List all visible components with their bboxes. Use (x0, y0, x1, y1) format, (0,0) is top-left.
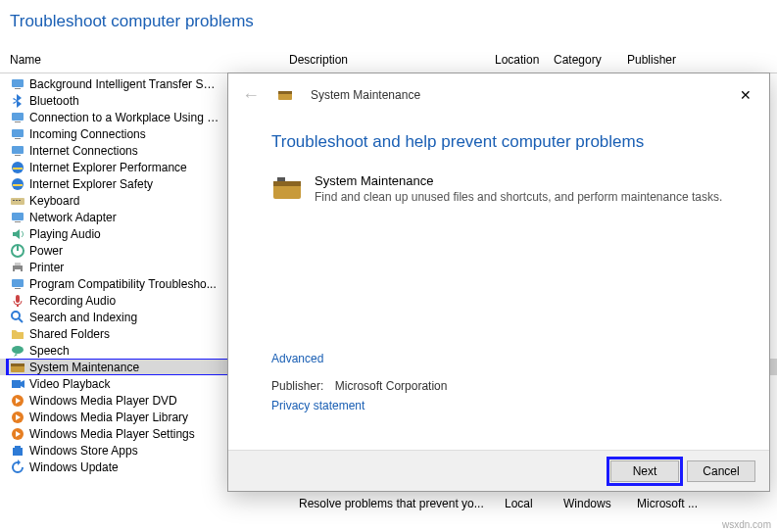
network-icon (10, 110, 25, 125)
svg-rect-33 (13, 448, 23, 456)
printer-icon (10, 260, 25, 275)
wizard-dialog: ← System Maintenance ✕ Troubleshoot and … (227, 73, 770, 492)
list-item-label: Search and Indexing (29, 311, 137, 324)
svg-rect-28 (11, 363, 24, 366)
svg-rect-22 (15, 288, 21, 289)
svg-rect-29 (12, 380, 21, 388)
list-item-label: Windows Store Apps (29, 444, 138, 458)
svg-rect-13 (19, 200, 21, 201)
search-icon (10, 310, 25, 325)
close-button[interactable]: ✕ (732, 83, 759, 107)
bg-row-description: Resolve problems that prevent yo... (299, 497, 505, 510)
list-item-label: Playing Audio (29, 227, 101, 241)
page-title: Troubleshoot computer problems (0, 0, 777, 49)
column-header-name[interactable]: Name (10, 49, 289, 73)
bg-row-publisher: Microsoft ... (637, 497, 777, 510)
publisher-line: Publisher: Microsoft Corporation (271, 379, 730, 393)
bg-row-category: Windows (563, 497, 637, 510)
list-item-label: System Maintenance (29, 361, 139, 374)
network-adapter-icon (10, 210, 25, 225)
svg-rect-19 (15, 263, 21, 266)
list-item-label: Internet Explorer Performance (29, 161, 187, 174)
maintenance-icon (10, 360, 25, 375)
watermark: wsxdn.com (722, 519, 771, 530)
item-description: Find and clean up unused files and short… (315, 190, 722, 204)
svg-rect-23 (16, 295, 20, 303)
svg-point-26 (12, 346, 24, 354)
wmp-icon (10, 393, 25, 409)
publisher-value: Microsoft Corporation (335, 379, 448, 393)
list-item-label: Power (29, 244, 63, 258)
list-item-label: Program Compatibility Troublesho... (29, 277, 217, 291)
svg-rect-4 (12, 129, 24, 137)
svg-point-25 (12, 312, 20, 319)
svg-rect-1 (15, 88, 21, 89)
publisher-label: Publisher: (271, 379, 323, 393)
svg-rect-38 (273, 181, 301, 186)
cancel-button[interactable]: Cancel (687, 460, 755, 482)
list-item-label: Incoming Connections (29, 127, 146, 141)
incoming-icon (10, 126, 25, 142)
wmp-icon (10, 426, 25, 442)
speaker-icon (10, 226, 25, 242)
svg-rect-3 (15, 121, 21, 122)
svg-rect-17 (17, 245, 19, 251)
svg-rect-34 (15, 446, 21, 448)
ie-icon (10, 176, 25, 192)
svg-rect-36 (278, 91, 292, 94)
dialog-body: Troubleshoot and help prevent computer p… (228, 132, 769, 412)
list-item-label: Speech (29, 344, 70, 358)
column-header-location[interactable]: Location (495, 49, 554, 73)
troubleshooter-item[interactable]: System Maintenance Find and clean up unu… (271, 173, 730, 205)
background-row: Resolve problems that prevent yo... Loca… (0, 495, 777, 511)
bg-row-location: Local (505, 497, 563, 510)
svg-rect-39 (277, 177, 285, 181)
back-arrow-icon: ← (242, 86, 260, 104)
list-item-label: Internet Explorer Safety (29, 177, 153, 191)
list-item-label: Network Adapter (29, 211, 117, 224)
svg-rect-10 (11, 198, 24, 205)
svg-rect-5 (15, 138, 21, 139)
svg-rect-14 (12, 213, 24, 220)
dialog-heading: Troubleshoot and help prevent computer p… (271, 132, 730, 152)
dialog-header: ← System Maintenance ✕ (228, 73, 769, 115)
control-panel-window: Troubleshoot computer problems Name Desc… (0, 0, 777, 532)
svg-rect-15 (15, 221, 21, 222)
advanced-link[interactable]: Advanced (271, 352, 730, 365)
column-header-category[interactable]: Category (554, 49, 627, 73)
store-icon (10, 443, 25, 459)
svg-rect-12 (16, 200, 18, 201)
list-item-label: Windows Media Player Library (29, 411, 188, 424)
list-item-label: Windows Update (29, 460, 119, 474)
bluetooth-icon (10, 93, 25, 109)
next-button[interactable]: Next (610, 460, 679, 482)
list-item-label: Windows Media Player Settings (29, 427, 195, 441)
dialog-header-title: System Maintenance (311, 88, 420, 102)
svg-rect-20 (15, 269, 21, 272)
list-item-label: Shared Folders (29, 327, 110, 341)
privacy-link[interactable]: Privacy statement (271, 399, 730, 412)
list-item-label: Background Intelligent Transfer Ser... (29, 77, 220, 91)
list-item-label: Video Playback (29, 377, 111, 391)
list-item-label: Keyboard (29, 194, 79, 208)
list-item-label: Bluetooth (29, 94, 79, 108)
svg-rect-2 (12, 113, 24, 121)
list-item-label: Internet Connections (29, 144, 138, 158)
video-icon (10, 376, 25, 392)
internet-icon (10, 143, 25, 159)
column-header-publisher[interactable]: Publisher (627, 49, 777, 73)
maintenance-icon (277, 87, 293, 103)
ie-icon (10, 160, 25, 175)
list-item-label: Printer (29, 261, 64, 274)
column-header-description[interactable]: Description (289, 49, 495, 73)
folder-icon (10, 326, 25, 342)
svg-rect-11 (13, 200, 15, 201)
svg-rect-7 (15, 155, 21, 156)
svg-rect-21 (12, 279, 24, 287)
mic-icon (10, 293, 25, 309)
update-icon (10, 459, 25, 475)
list-item-label: Connection to a Workplace Using D... (29, 111, 220, 124)
speech-icon (10, 343, 25, 359)
column-headers: Name Description Location Category Publi… (0, 49, 777, 73)
list-item-label: Windows Media Player DVD (29, 394, 177, 408)
